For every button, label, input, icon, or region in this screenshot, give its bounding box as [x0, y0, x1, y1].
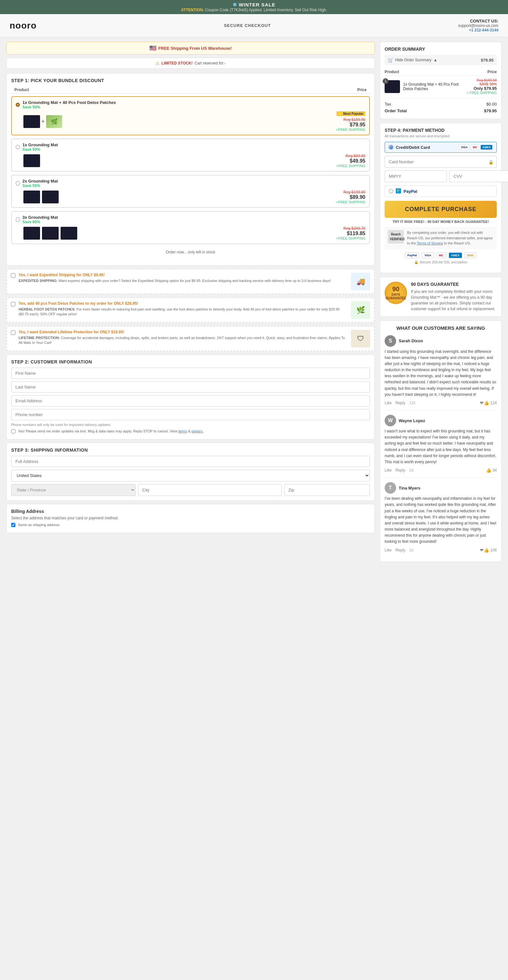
state-select[interactable]: State / Province [11, 484, 136, 496]
sms-checkbox[interactable] [11, 429, 15, 433]
reviews-title: WHAT OUR CUSTOMERS ARE SAYING [384, 325, 497, 331]
country-select[interactable]: United States [11, 469, 370, 482]
review2-reactions: 👍 34 [486, 468, 497, 473]
hide-summary-row[interactable]: 🛒 Hide Order Summary ▲ $79.95 [384, 55, 497, 65]
bundle1-radio[interactable] [16, 103, 20, 107]
summary-sale-price: Only $79.95 [467, 86, 497, 91]
upsell2-checkbox[interactable] [11, 302, 15, 306]
guarantee-box: 90 DAYS GUARANTEE 90 DAYS GUARANTEE If y… [380, 277, 502, 317]
same-as-shipping-checkbox[interactable] [11, 523, 15, 527]
card-number-input[interactable] [384, 156, 497, 168]
bundle-option-2[interactable]: 1x Grounding Mat Save 50% Reg $99.90 $49… [11, 138, 370, 172]
upsell3-bold-label: LIFETIME PROTECTION: [19, 336, 60, 340]
sms-checkbox-row: Yes! Please send me order updates via te… [11, 429, 370, 433]
bundle3-title: 2x Grounding Mat [22, 179, 58, 183]
contact-info: CONTACT US: support@nooro-us.com +1 212-… [458, 19, 498, 32]
review1-text: I started using this grounding mat overn… [384, 349, 497, 398]
zip-input[interactable] [284, 484, 370, 496]
summary-product-name: 1x Grounding Mat + 40 Pcs Foot Detox Pat… [403, 82, 464, 91]
guarantee-days-label: DAYS [392, 293, 400, 296]
card-logos: VISA MC AMEX [459, 145, 493, 150]
bundle3-mat1-img [24, 191, 40, 204]
price-col-header: Price [487, 70, 497, 74]
mmyy-input[interactable] [384, 170, 447, 182]
contact-email: support@nooro-us.com [458, 24, 498, 28]
reviewer1-name: Sarah Dixon [399, 339, 423, 343]
cvv-input[interactable] [449, 170, 508, 182]
visa-pay-logo: VISA [422, 253, 433, 258]
step1-section: STEP 1: PICK YOUR BUNDLE DISCOUNT Produc… [6, 73, 375, 266]
bundle1-free-ship: +FREE SHIPPING [336, 128, 365, 132]
bundle2-mat-img [24, 154, 40, 167]
header: nooro SECURE CHECKOUT CONTACT US: suppor… [0, 14, 508, 37]
full-address-input[interactable] [11, 456, 370, 467]
warning-icon: ⚠ [156, 60, 160, 66]
secure-checkout: SECURE CHECKOUT [224, 23, 271, 28]
upsell1-title: Yes, I want Expedited Shipping for ONLY … [19, 273, 348, 277]
guarantee-days: 90 [392, 285, 399, 293]
upsell-lifetime[interactable]: Yes, I want Extended Lifetime Protection… [6, 326, 375, 351]
credit-tab-label: Credit/Debit Card [396, 145, 456, 150]
bundle1-title: 1x Grounding Mat + 40 Pcs Foot Detox Pat… [22, 100, 116, 105]
bundle2-reg-price: Reg $99.90 [336, 154, 365, 158]
upsell2-bold-label: HERBAL FOOT DETOX PATCHES: [19, 307, 76, 311]
hide-summary-label: Hide Order Summary [395, 58, 432, 62]
bundle2-radio[interactable] [16, 145, 20, 149]
last-name-input[interactable] [11, 382, 370, 393]
terms-link[interactable]: terms [178, 429, 187, 433]
complete-purchase-button[interactable]: COMPLETE PURCHASE [384, 201, 497, 218]
credit-card-tab[interactable]: Credit/Debit Card VISA MC AMEX [384, 142, 497, 153]
terms-of-service-link[interactable]: Terms of Service [417, 241, 443, 245]
phone-input[interactable] [11, 409, 370, 420]
first-name-input[interactable] [11, 368, 370, 379]
bundle4-radio[interactable] [16, 218, 20, 222]
bundle1-popular-badge: ⭐ Most Popular [337, 111, 365, 116]
snowflake-icon: ❄ [233, 2, 237, 7]
summary-free-ship: + FREE SHIPPING [467, 91, 497, 95]
review2-like-btn[interactable]: Like [384, 468, 392, 473]
bundle1-reg-price: Reg $159.90 [336, 118, 365, 122]
contact-phone[interactable]: +1 212-444-3144 [458, 28, 498, 32]
review2-text: I wasn't sure what to expect with this g… [384, 428, 497, 465]
privacy-link[interactable]: privacy. [191, 429, 203, 433]
review1-reaction-count: 124 [491, 401, 497, 405]
limited-stock-text: Cart reserved for:- [195, 61, 225, 65]
summary-product-row: 1 1x Grounding Mat + 40 Pcs Foot Detox P… [384, 78, 497, 95]
summary-product-price: Reg $159.90 SAVE 50% Only $79.95 + FREE … [467, 78, 497, 95]
upsell-expedited[interactable]: Yes, I want Expedited Shipping for ONLY … [6, 269, 375, 294]
reviewer2-name: Wayne Lopez [399, 418, 425, 423]
review-item-1: S Sarah Dixon I started using this groun… [384, 335, 497, 410]
amex-logo: AMEX [481, 145, 493, 150]
review2-reply-btn[interactable]: Reply [395, 468, 405, 473]
bundle-option-3[interactable]: 2x Grounding Mat Save 55% [11, 175, 370, 208]
upsell-detox[interactable]: Yes, add 40 pcs Foot Detox Patches to my… [6, 298, 375, 323]
upsell1-bold-label: EXPEDITED SHIPPING: [19, 279, 58, 283]
reach-verified: ReachVERIFIED By completing your order, … [384, 227, 497, 249]
star-icon: ⭐ [338, 112, 342, 116]
review3-like-btn[interactable]: Like [384, 548, 392, 552]
upsell1-checkbox[interactable] [11, 273, 15, 278]
bundle4-sale-price: $119.85 [336, 231, 365, 236]
order-total-label: Order Total [384, 108, 407, 113]
city-input[interactable] [138, 484, 282, 496]
reviews-section: WHAT OUR CUSTOMERS ARE SAYING S Sarah Di… [380, 320, 502, 562]
bundle-option-1[interactable]: 1x Grounding Mat + 40 Pcs Foot Detox Pat… [11, 96, 370, 135]
step2-heading: STEP 2: CUSTOMER INFORMATION [11, 359, 370, 364]
review1-like-btn[interactable]: Like [384, 401, 392, 405]
upsell3-checkbox[interactable] [11, 331, 15, 335]
bundle-option-4[interactable]: 3x Grounding Mat Save 60% [11, 211, 370, 244]
review3-reply-btn[interactable]: Reply [395, 548, 405, 552]
bundle4-free-ship: +FREE SHIPPING [336, 236, 365, 240]
cart-icon: 🛒 [388, 57, 393, 62]
paypal-option[interactable]: 🅿 PayPal [384, 185, 497, 197]
review-item-2: W Wayne Lopez I wasn't sure what to expe… [384, 415, 497, 478]
bundle3-radio[interactable] [16, 181, 20, 185]
upsell1-img: 🚚 [351, 273, 370, 290]
email-input[interactable] [11, 395, 370, 406]
free-shipping-text: FREE Shipping From US Warehouse! [158, 46, 232, 51]
review1-reply-btn[interactable]: Reply [395, 401, 405, 405]
guarantee-content: 90 DAYS GUARANTEE If you are not complet… [411, 282, 497, 312]
winter-sale-title: WINTER SALE [239, 2, 275, 7]
contact-title: CONTACT US: [458, 19, 498, 24]
billing-title: Billing Address [11, 509, 370, 514]
